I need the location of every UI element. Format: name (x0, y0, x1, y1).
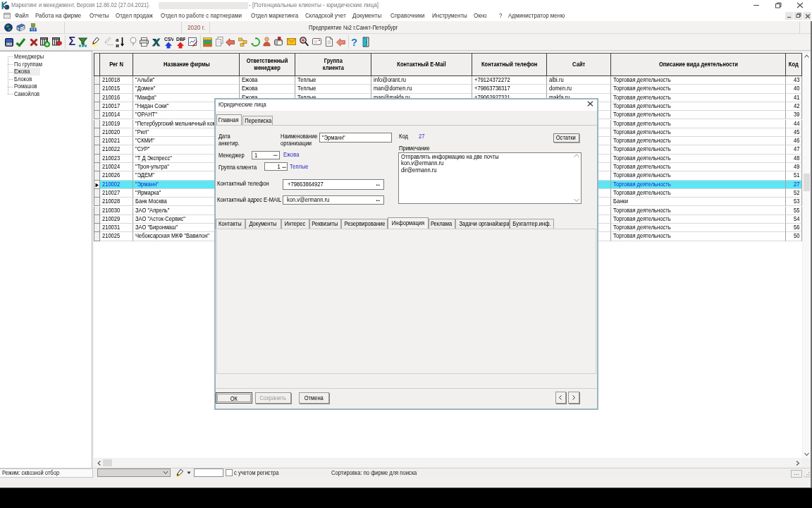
svg-text:DBF: DBF (176, 37, 185, 42)
svg-text:CSV: CSV (164, 37, 173, 42)
svg-text:123: 123 (6, 42, 11, 45)
svg-text:я: я (116, 42, 119, 47)
